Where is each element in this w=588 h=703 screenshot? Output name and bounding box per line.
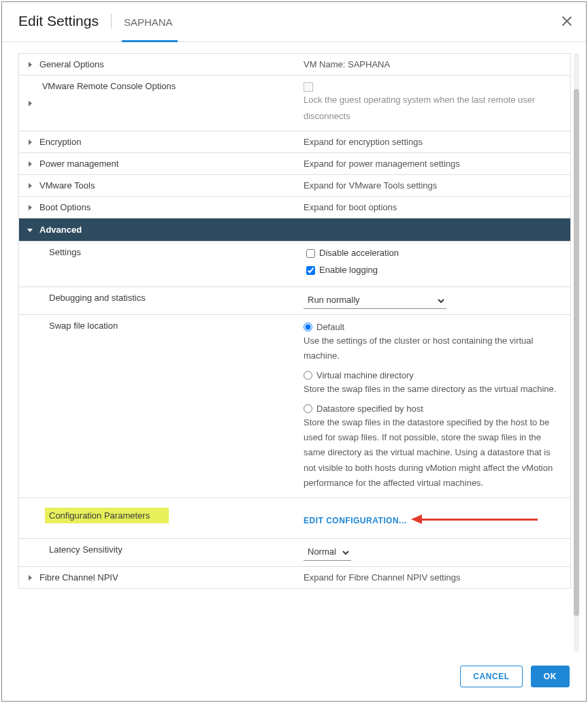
row-label: Settings [49,247,81,257]
row-settings: Settings Disable acceleration Enable log… [19,241,571,287]
latency-select[interactable]: Normal [304,544,351,561]
row-label: VMware Remote Console Options [42,81,176,91]
chevron-right-icon [27,161,33,167]
cancel-button[interactable]: CANCEL [460,666,523,687]
row-label: Boot Options [39,202,91,212]
row-boot-options[interactable]: Boot Options Expand for boot options [19,196,571,218]
row-label: General Options [39,59,104,69]
disable-acceleration-option[interactable]: Disable acceleration [304,247,562,260]
swap-default-desc: Use the settings of the cluster or host … [304,333,562,363]
swap-datastore-radio[interactable] [304,404,312,413]
row-debugging: Debugging and statistics Run normally [19,287,571,314]
dialog-title: Edit Settings [18,13,99,29]
row-advanced-header[interactable]: Advanced [19,218,571,241]
row-value: VM Name: SAPHANA [304,59,390,69]
vertical-scrollbar[interactable] [574,53,579,652]
row-value: Expand for VMware Tools settings [304,180,437,191]
row-label: Encryption [39,137,81,147]
scrollbar-thumb[interactable] [574,89,579,616]
row-latency-sensitivity: Latency Sensitivity Normal [19,538,571,566]
chevron-right-icon [27,575,33,581]
row-value: Expand for power management settings [304,159,460,169]
lock-guest-checkbox[interactable] [304,82,313,92]
row-general-options[interactable]: General Options VM Name: SAPHANA [19,54,571,76]
row-label: Advanced [39,225,82,235]
dialog-footer: CANCEL OK [2,656,586,701]
settings-scroll-area: General Options VM Name: SAPHANA VMware … [18,53,571,652]
dialog-header: Edit Settings SAPHANA [2,2,586,35]
swap-default-label: Default [316,322,344,332]
tab-bar [2,35,586,42]
chevron-right-icon [27,183,33,189]
row-vmrc-options[interactable]: VMware Remote Console Options Lock the g… [19,76,571,131]
swap-datastore-desc: Store the swap files in the datastore sp… [304,415,562,490]
edit-configuration-link[interactable]: EDIT CONFIGURATION... [304,516,407,525]
disable-acceleration-checkbox[interactable] [306,249,315,258]
vmrc-desc: Lock the guest operating system when the… [304,92,562,125]
row-label: Latency Sensitivity [49,544,122,555]
row-label: Power management [39,159,118,169]
settings-table: General Options VM Name: SAPHANA VMware … [18,53,571,589]
swap-default-radio[interactable] [304,323,312,331]
row-label: VMware Tools [39,180,95,191]
enable-logging-checkbox[interactable] [306,266,315,275]
row-configuration-parameters: Configuration Parameters EDIT CONFIGURAT… [19,497,571,538]
swap-vmdir-label: Virtual machine directory [316,370,414,380]
swap-vmdir-radio[interactable] [304,371,312,380]
row-swap-file-location: Swap file location Default Use the setti… [19,314,571,497]
row-value: Expand for Fibre Channel NPIV settings [304,572,461,583]
vm-name-subtitle: SAPHANA [124,15,173,28]
row-label: Debugging and statistics [49,293,146,303]
row-label: Swap file location [49,321,118,331]
row-value: Expand for boot options [304,202,397,212]
row-encryption[interactable]: Encryption Expand for encryption setting… [19,131,571,152]
chevron-right-icon [27,101,33,106]
row-value: Expand for encryption settings [304,137,423,147]
chevron-down-icon [27,227,33,233]
swap-vmdir-desc: Store the swap files in the same directo… [304,382,562,397]
close-icon[interactable] [560,14,574,28]
annotation-arrow [411,517,538,522]
chevron-right-icon [27,62,33,67]
debugging-select[interactable]: Run normally [304,293,446,309]
enable-logging-option[interactable]: Enable logging [304,264,562,277]
edit-settings-dialog: Edit Settings SAPHANA General Options VM… [1,1,587,702]
swap-datastore-label: Datastore specified by host [316,404,423,414]
chevron-right-icon [27,140,33,145]
dialog-body: General Options VM Name: SAPHANA VMware … [2,42,586,656]
config-params-label: Configuration Parameters [45,508,169,523]
row-power-management[interactable]: Power management Expand for power manage… [19,152,571,174]
title-separator [111,14,112,29]
chevron-right-icon [27,205,33,210]
row-fibre-channel-npiv[interactable]: Fibre Channel NPIV Expand for Fibre Chan… [19,566,571,588]
row-vmware-tools[interactable]: VMware Tools Expand for VMware Tools set… [19,174,571,196]
ok-button[interactable]: OK [531,666,570,687]
row-label: Fibre Channel NPIV [39,572,118,583]
